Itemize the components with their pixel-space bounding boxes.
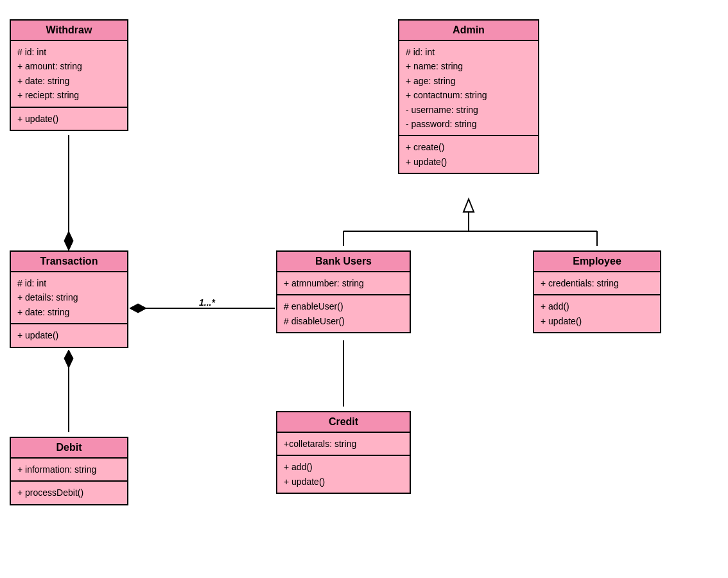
- bankusers-title: Bank Users: [277, 252, 410, 272]
- admin-class: Admin # id: int + name: string + age: st…: [398, 19, 539, 174]
- admin-attr-3: + age: string: [406, 74, 532, 88]
- svg-marker-1: [64, 231, 73, 250]
- employee-methods: + add() + update(): [534, 295, 660, 332]
- admin-attr-6: - password: string: [406, 117, 532, 131]
- transaction-methods: + update(): [11, 324, 127, 346]
- credit-method-2: + update(): [284, 475, 403, 489]
- bankusers-method-2: # disableUser(): [284, 314, 403, 328]
- admin-attr-1: # id: int: [406, 45, 532, 59]
- debit-attr-1: + information: string: [17, 462, 121, 477]
- bankusers-attr-1: + atmnumber: string: [284, 276, 403, 290]
- withdraw-attributes: # id: int + amount: string + date: strin…: [11, 41, 127, 108]
- withdraw-attr-4: + reciept: string: [17, 88, 121, 102]
- employee-method-1: + add(): [541, 299, 654, 313]
- transaction-attr-1: # id: int: [17, 276, 121, 290]
- withdraw-methods: + update(): [11, 108, 127, 130]
- credit-method-1: + add(): [284, 460, 403, 474]
- admin-method-2: + update(): [406, 155, 532, 169]
- credit-title: Credit: [277, 412, 410, 433]
- admin-attributes: # id: int + name: string + age: string +…: [399, 41, 538, 136]
- bankusers-methods: # enableUser() # disableUser(): [277, 295, 410, 332]
- withdraw-attr-3: + date: string: [17, 74, 121, 88]
- credit-attr-1: +colletarals: string: [284, 437, 403, 451]
- transaction-method-1: + update(): [17, 328, 121, 342]
- employee-attributes: + credentials: string: [534, 272, 660, 295]
- transaction-attr-2: + details: string: [17, 290, 121, 304]
- withdraw-attr-2: + amount: string: [17, 59, 121, 73]
- transaction-title: Transaction: [11, 252, 127, 272]
- transaction-attr-3: + date: string: [17, 305, 121, 319]
- admin-attr-5: - username: string: [406, 103, 532, 117]
- employee-attr-1: + credentials: string: [541, 276, 654, 290]
- credit-class: Credit +colletarals: string + add() + up…: [276, 411, 411, 494]
- withdraw-method-1: + update(): [17, 112, 121, 126]
- transaction-class: Transaction # id: int + details: string …: [10, 250, 128, 348]
- employee-class: Employee + credentials: string + add() +…: [533, 250, 661, 333]
- admin-attr-4: + contactnum: string: [406, 88, 532, 102]
- debit-class: Debit + information: string + processDeb…: [10, 437, 128, 505]
- bankusers-class: Bank Users + atmnumber: string # enableU…: [276, 250, 411, 333]
- withdraw-title: Withdraw: [11, 21, 127, 41]
- admin-methods: + create() + update(): [399, 136, 538, 173]
- admin-method-1: + create(): [406, 140, 532, 154]
- svg-marker-3: [64, 350, 73, 368]
- bankusers-attributes: + atmnumber: string: [277, 272, 410, 295]
- admin-attr-2: + name: string: [406, 59, 532, 73]
- credit-methods: + add() + update(): [277, 456, 410, 493]
- withdraw-attr-1: # id: int: [17, 45, 121, 59]
- withdraw-class: Withdraw # id: int + amount: string + da…: [10, 19, 128, 131]
- multiplicity-label: 1...*: [199, 297, 215, 308]
- debit-methods: + processDebit(): [11, 482, 127, 504]
- bankusers-method-1: # enableUser(): [284, 299, 403, 313]
- debit-title: Debit: [11, 438, 127, 459]
- credit-attributes: +colletarals: string: [277, 433, 410, 456]
- svg-marker-11: [464, 199, 474, 212]
- uml-diagram: Withdraw # id: int + amount: string + da…: [0, 0, 728, 578]
- debit-attributes: + information: string: [11, 459, 127, 482]
- employee-title: Employee: [534, 252, 660, 272]
- debit-method-1: + processDebit(): [17, 486, 121, 500]
- admin-title: Admin: [399, 21, 538, 41]
- svg-marker-5: [130, 304, 146, 313]
- transaction-attributes: # id: int + details: string + date: stri…: [11, 272, 127, 324]
- employee-method-2: + update(): [541, 314, 654, 328]
